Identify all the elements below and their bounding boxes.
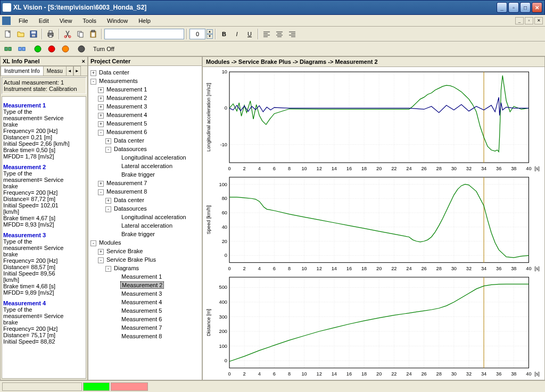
tree-label[interactable]: Brake trigger — [120, 231, 156, 237]
tree-node[interactable]: -Datasources — [90, 204, 200, 213]
tree-node[interactable]: Measurement 1 — [90, 272, 200, 281]
tree-label[interactable]: Brake trigger — [120, 171, 156, 178]
measurement-list[interactable]: Measurement 1Type of themeasurement= Ser… — [2, 96, 86, 379]
tab-measu[interactable]: Measu — [43, 66, 67, 76]
led-dark[interactable] — [76, 43, 87, 55]
menu-window[interactable]: Window — [102, 16, 133, 26]
menu-edit[interactable]: Edit — [34, 16, 54, 26]
mdi-close-button[interactable]: ✕ — [534, 17, 543, 24]
tree-label[interactable]: Data center — [113, 197, 145, 203]
new-button[interactable] — [2, 28, 14, 40]
copy-button[interactable] — [75, 28, 86, 40]
tree-label[interactable]: Lateral acceleration — [120, 163, 174, 169]
tree-node[interactable]: -Measurement 8 — [90, 187, 200, 196]
tree-node[interactable]: Lateral acceleration — [90, 162, 200, 170]
led-green[interactable] — [32, 43, 44, 55]
tree-node[interactable]: Measurement 7 — [90, 323, 200, 332]
tree-node[interactable]: Lateral acceleration — [90, 221, 200, 230]
menu-tools[interactable]: Tools — [78, 16, 101, 26]
cut-button[interactable] — [62, 28, 73, 40]
tree-label[interactable]: Lateral acceleration — [120, 222, 174, 229]
print-button[interactable] — [45, 28, 56, 40]
tree-label[interactable]: Measurement 4 — [120, 299, 163, 305]
collapse-icon[interactable]: - — [105, 266, 111, 272]
minimize-button[interactable]: _ — [497, 2, 507, 13]
underline-button[interactable]: U — [244, 28, 255, 40]
tree-label[interactable]: Service Brake Plus — [105, 256, 157, 263]
tree-node[interactable]: +Data center — [90, 68, 200, 77]
tab-scroll-left[interactable]: ◄ — [66, 66, 73, 76]
tab-instrument-info[interactable]: Instrument Info — [1, 66, 44, 76]
expand-icon[interactable]: + — [98, 87, 104, 93]
tree-label[interactable]: Measurement 2 — [120, 281, 164, 289]
tree-label[interactable]: Measurements — [98, 78, 139, 84]
project-tree[interactable]: +Data center-Measurements+Measurement 1+… — [88, 66, 202, 380]
align-left-button[interactable] — [261, 28, 272, 40]
tree-label[interactable]: Longitudinal acceleration — [120, 214, 187, 220]
tree-node[interactable]: Brake trigger — [90, 170, 200, 179]
tree-node[interactable]: Brake trigger — [90, 230, 200, 238]
chart-0[interactable]: 0246810121416182022242628303234363840-10… — [205, 69, 542, 172]
tree-node[interactable]: +Data center — [90, 196, 200, 204]
close-button[interactable]: ✕ — [532, 2, 542, 13]
maximize-button[interactable]: □ — [520, 2, 531, 13]
tree-label[interactable]: Service Brake — [105, 248, 144, 254]
tree-node[interactable]: -Datasources — [90, 145, 200, 153]
open-button[interactable] — [15, 28, 27, 40]
expand-icon[interactable]: + — [98, 113, 104, 119]
tree-label[interactable]: Measurement 5 — [120, 307, 163, 314]
collapse-icon[interactable]: - — [105, 147, 111, 153]
align-right-button[interactable] — [286, 28, 298, 40]
tree-label[interactable]: Data center — [98, 69, 130, 76]
align-center-button[interactable] — [274, 28, 285, 40]
tree-node[interactable]: -Modules — [90, 238, 200, 247]
tree-node[interactable]: -Measurements — [90, 77, 200, 85]
tree-node[interactable]: +Data center — [90, 136, 200, 145]
expand-icon[interactable]: + — [90, 70, 96, 76]
tree-node[interactable]: Measurement 5 — [90, 306, 200, 315]
tree-node[interactable]: +Measurement 2 — [90, 94, 200, 102]
led-orange[interactable] — [60, 43, 71, 55]
turn-off-button[interactable]: Turn Off — [89, 44, 118, 54]
tree-node[interactable]: Measurement 6 — [90, 315, 200, 323]
collapse-icon[interactable]: - — [90, 79, 96, 85]
tree-node[interactable]: +Service Brake — [90, 247, 200, 255]
tree-label[interactable]: Measurement 3 — [120, 290, 163, 297]
tree-label[interactable]: Diagrams — [113, 265, 140, 271]
size-spinner[interactable]: 0 — [189, 29, 205, 39]
tree-label[interactable]: Measurement 6 — [105, 129, 148, 135]
tree-node[interactable]: +Measurement 4 — [90, 111, 200, 119]
tree-node[interactable]: Measurement 8 — [90, 332, 200, 340]
tree-node[interactable]: +Measurement 7 — [90, 179, 200, 187]
tree-node[interactable]: Measurement 3 — [90, 289, 200, 298]
italic-button[interactable]: I — [231, 28, 243, 40]
menu-view[interactable]: View — [55, 16, 77, 26]
tree-node[interactable]: Longitudinal acceleration — [90, 213, 200, 221]
tree-label[interactable]: Measurement 7 — [105, 180, 148, 186]
chart-1[interactable]: 0246810121416182022242628303234363840020… — [205, 174, 542, 272]
tab-scroll-right[interactable]: ► — [73, 66, 81, 76]
tree-label[interactable]: Measurement 1 — [105, 86, 148, 93]
tree-node[interactable]: Measurement 2 — [90, 281, 200, 289]
tree-node[interactable]: -Service Brake Plus — [90, 255, 200, 264]
tree-label[interactable]: Measurement 7 — [120, 324, 163, 331]
expand-icon[interactable]: + — [105, 138, 111, 144]
tree-node[interactable]: Longitudinal acceleration — [90, 153, 200, 162]
tree-label[interactable]: Measurement 3 — [105, 103, 148, 110]
expand-icon[interactable]: + — [98, 181, 104, 187]
tree-node[interactable]: -Measurement 6 — [90, 128, 200, 136]
tree-label[interactable]: Data center — [113, 137, 145, 144]
expand-icon[interactable]: + — [105, 198, 111, 204]
restore-button[interactable]: ▫ — [508, 2, 519, 13]
tree-label[interactable]: Longitudinal acceleration — [120, 154, 187, 161]
tree-label[interactable]: Measurement 8 — [120, 333, 163, 339]
chart-2[interactable]: 0246810121416182022242628303234363840010… — [205, 274, 542, 378]
bold-button[interactable]: B — [218, 28, 230, 40]
menu-help[interactable]: Help — [134, 16, 155, 26]
expand-icon[interactable]: + — [98, 96, 104, 102]
mdi-restore-button[interactable]: ▫ — [525, 17, 533, 24]
collapse-icon[interactable]: - — [98, 257, 104, 263]
tree-node[interactable]: -Diagrams — [90, 264, 200, 272]
info-panel-close-icon[interactable]: × — [82, 58, 85, 64]
menu-file[interactable]: File — [14, 16, 33, 26]
